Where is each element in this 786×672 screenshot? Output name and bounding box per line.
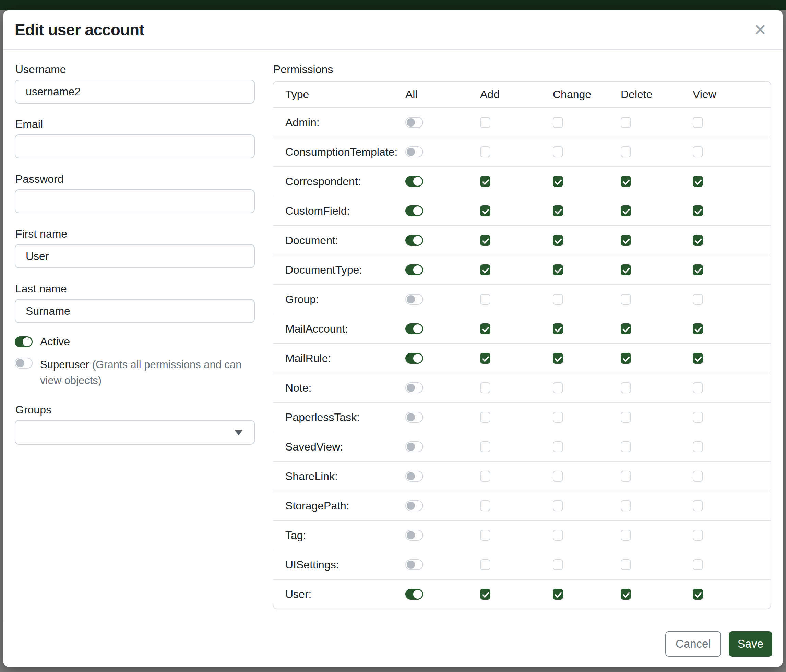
- password-field[interactable]: [15, 189, 255, 213]
- permission-add-checkbox[interactable]: [480, 176, 490, 187]
- permission-all-toggle[interactable]: [406, 294, 423, 305]
- permission-view-checkbox[interactable]: [693, 206, 703, 216]
- row-type-label: MailAccount:: [273, 314, 406, 344]
- close-icon[interactable]: ✕: [753, 22, 767, 38]
- permission-delete-checkbox[interactable]: [621, 235, 631, 246]
- permission-delete-checkbox[interactable]: [621, 412, 631, 423]
- permission-add-checkbox[interactable]: [480, 353, 490, 364]
- permission-add-checkbox[interactable]: [480, 117, 490, 128]
- permission-view-checkbox[interactable]: [693, 589, 703, 600]
- permission-all-toggle[interactable]: [406, 176, 423, 187]
- superuser-toggle[interactable]: [15, 358, 33, 369]
- save-button[interactable]: Save: [729, 631, 772, 656]
- groups-select[interactable]: [15, 420, 255, 445]
- permission-view-checkbox[interactable]: [693, 235, 703, 246]
- permission-change-checkbox[interactable]: [553, 117, 563, 128]
- first-name-field[interactable]: [15, 244, 255, 268]
- permission-add-checkbox[interactable]: [480, 264, 490, 275]
- permission-delete-checkbox[interactable]: [621, 500, 631, 511]
- permission-delete-checkbox[interactable]: [621, 471, 631, 482]
- permission-add-checkbox[interactable]: [480, 412, 490, 423]
- permission-delete-checkbox[interactable]: [621, 589, 631, 600]
- permission-all-toggle[interactable]: [406, 323, 423, 334]
- permission-delete-checkbox[interactable]: [621, 530, 631, 541]
- permission-change-checkbox[interactable]: [553, 235, 563, 246]
- permission-view-checkbox[interactable]: [693, 530, 703, 541]
- permission-delete-checkbox[interactable]: [621, 206, 631, 216]
- permission-add-checkbox[interactable]: [480, 206, 490, 216]
- permission-all-toggle[interactable]: [406, 559, 423, 570]
- permission-all-toggle[interactable]: [406, 530, 423, 541]
- email-field[interactable]: [15, 134, 255, 159]
- permission-all-toggle[interactable]: [406, 412, 423, 423]
- permission-all-toggle[interactable]: [406, 353, 423, 364]
- permission-add-checkbox[interactable]: [480, 323, 490, 334]
- groups-group: Groups: [15, 404, 255, 445]
- permission-all-toggle[interactable]: [406, 471, 423, 482]
- permission-delete-checkbox[interactable]: [621, 382, 631, 393]
- permission-add-checkbox[interactable]: [480, 471, 490, 482]
- permission-delete-checkbox[interactable]: [621, 323, 631, 334]
- permission-view-checkbox[interactable]: [693, 323, 703, 334]
- permission-view-checkbox[interactable]: [693, 412, 703, 423]
- permission-all-toggle[interactable]: [406, 589, 423, 600]
- permission-add-checkbox[interactable]: [480, 382, 490, 393]
- permission-change-checkbox[interactable]: [553, 353, 563, 364]
- last-name-field[interactable]: [15, 299, 255, 323]
- permission-add-checkbox[interactable]: [480, 559, 490, 570]
- permission-change-checkbox[interactable]: [553, 382, 563, 393]
- permission-change-checkbox[interactable]: [553, 471, 563, 482]
- permission-all-toggle[interactable]: [406, 382, 423, 393]
- permission-delete-checkbox[interactable]: [621, 146, 631, 157]
- permission-change-checkbox[interactable]: [553, 412, 563, 423]
- permission-view-checkbox[interactable]: [693, 559, 703, 570]
- permission-change-checkbox[interactable]: [553, 206, 563, 216]
- permission-view-checkbox[interactable]: [693, 471, 703, 482]
- permission-view-checkbox[interactable]: [693, 382, 703, 393]
- permission-change-checkbox[interactable]: [553, 323, 563, 334]
- permission-delete-checkbox[interactable]: [621, 176, 631, 187]
- permission-all-toggle[interactable]: [406, 500, 423, 511]
- permission-add-checkbox[interactable]: [480, 500, 490, 511]
- permission-change-checkbox[interactable]: [553, 500, 563, 511]
- permission-change-checkbox[interactable]: [553, 530, 563, 541]
- row-type-label: User:: [273, 579, 406, 609]
- permission-all-toggle[interactable]: [406, 264, 423, 275]
- permission-view-checkbox[interactable]: [693, 264, 703, 275]
- permission-change-checkbox[interactable]: [553, 176, 563, 187]
- permission-view-checkbox[interactable]: [693, 500, 703, 511]
- permission-change-checkbox[interactable]: [553, 441, 563, 452]
- permission-delete-checkbox[interactable]: [621, 264, 631, 275]
- permission-all-toggle[interactable]: [406, 235, 423, 246]
- permission-add-checkbox[interactable]: [480, 530, 490, 541]
- permission-delete-checkbox[interactable]: [621, 559, 631, 570]
- permission-all-toggle[interactable]: [406, 441, 423, 452]
- permission-all-toggle[interactable]: [406, 146, 423, 157]
- username-field[interactable]: [15, 80, 255, 104]
- permission-delete-checkbox[interactable]: [621, 294, 631, 305]
- active-toggle[interactable]: [15, 336, 33, 347]
- permission-view-checkbox[interactable]: [693, 353, 703, 364]
- permission-view-checkbox[interactable]: [693, 117, 703, 128]
- permission-add-checkbox[interactable]: [480, 294, 490, 305]
- permission-change-checkbox[interactable]: [553, 294, 563, 305]
- permission-delete-checkbox[interactable]: [621, 441, 631, 452]
- permission-view-checkbox[interactable]: [693, 176, 703, 187]
- permission-add-checkbox[interactable]: [480, 441, 490, 452]
- permission-view-checkbox[interactable]: [693, 441, 703, 452]
- username-label: Username: [16, 63, 255, 76]
- permission-add-checkbox[interactable]: [480, 146, 490, 157]
- permission-all-toggle[interactable]: [406, 206, 423, 216]
- permission-add-checkbox[interactable]: [480, 235, 490, 246]
- permission-view-checkbox[interactable]: [693, 146, 703, 157]
- permission-view-checkbox[interactable]: [693, 294, 703, 305]
- permission-delete-checkbox[interactable]: [621, 353, 631, 364]
- permission-add-checkbox[interactable]: [480, 589, 490, 600]
- cancel-button[interactable]: Cancel: [665, 631, 721, 656]
- permission-change-checkbox[interactable]: [553, 146, 563, 157]
- permission-change-checkbox[interactable]: [553, 559, 563, 570]
- permission-all-toggle[interactable]: [406, 117, 423, 128]
- permission-change-checkbox[interactable]: [553, 264, 563, 275]
- permission-change-checkbox[interactable]: [553, 589, 563, 600]
- permission-delete-checkbox[interactable]: [621, 117, 631, 128]
